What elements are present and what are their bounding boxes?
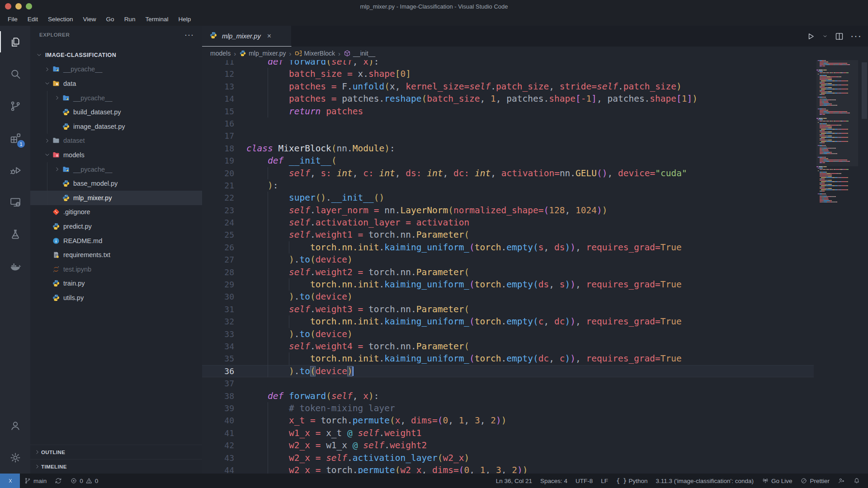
editor-scrollbar[interactable] — [861, 60, 868, 474]
breadcrumb-mixerblock[interactable]: MixerBlock — [295, 50, 335, 57]
code-line-19[interactable]: 19 def __init__( — [202, 155, 814, 167]
code-line-43[interactable]: 43 w2_x = self.activation_layer(w2_x) — [202, 452, 814, 464]
code-line-23[interactable]: 23 self.layer_norm = nn.LayerNorm(normal… — [202, 204, 814, 216]
code-line-29[interactable]: 29 torch.nn.init.kaiming_uniform_(torch.… — [202, 278, 814, 291]
search-icon[interactable] — [0, 58, 30, 90]
code-line-35[interactable]: 35 torch.nn.init.kaiming_uniform_(torch.… — [202, 352, 814, 365]
explorer-more-actions-icon[interactable]: ··· — [184, 33, 194, 37]
code-line-18[interactable]: 18class MixerBlock(nn.Module): — [202, 142, 814, 155]
breadcrumb-models[interactable]: models — [210, 50, 231, 57]
explorer-icon[interactable] — [0, 26, 30, 58]
menu-selection[interactable]: Selection — [43, 14, 78, 24]
status-git-branch-status[interactable]: main — [20, 474, 51, 488]
status-notifications[interactable] — [849, 474, 864, 488]
tree-item-mlp-mixer-py[interactable]: mlp_mixer.py — [30, 191, 202, 205]
tree-item-build-dataset-py[interactable]: build_dataset.py — [30, 105, 202, 119]
breadcrumb--init-[interactable]: __init__ — [344, 50, 375, 57]
minimap[interactable] — [816, 60, 858, 474]
code-line-37[interactable]: 37 — [202, 377, 814, 389]
code-line-28[interactable]: 28 self.weight2 = torch.nn.Parameter( — [202, 266, 814, 278]
remote-explorer-icon[interactable] — [0, 186, 30, 218]
tree-item-utils-py[interactable]: utils.py — [30, 291, 202, 305]
tab-mlp-mixer[interactable]: mlp_mixer.py × — [202, 26, 292, 47]
tree-root-image-classification[interactable]: IMAGE-CLASSIFICATION — [30, 48, 202, 62]
menu-file[interactable]: File — [3, 14, 23, 24]
code-line-21[interactable]: 21 ): — [202, 179, 814, 192]
tree-item-dataset[interactable]: dataset — [30, 134, 202, 148]
run-dropdown-icon[interactable] — [822, 33, 828, 39]
tree-item-train-py[interactable]: train.py — [30, 277, 202, 291]
code-line-32[interactable]: 32 torch.nn.init.kaiming_uniform_(torch.… — [202, 315, 814, 328]
tree-item--pycache-[interactable]: __pycache__ — [30, 162, 202, 177]
menu-run[interactable]: Run — [119, 14, 141, 24]
status-encoding[interactable]: UTF-8 — [571, 474, 597, 488]
code-line-34[interactable]: 34 self.weight4 = torch.nn.Parameter( — [202, 340, 814, 352]
status-go-live[interactable]: Go Live — [758, 474, 797, 488]
tree-item--pycache-[interactable]: __pycache__ — [30, 62, 202, 77]
run-debug-icon[interactable] — [0, 154, 30, 186]
status-prettier[interactable]: Prettier — [796, 474, 834, 488]
code-editor[interactable]: 11 def forward(self, x):12 batch_size = … — [202, 60, 814, 474]
section-timeline[interactable]: TIMELINE — [30, 459, 202, 474]
code-line-16[interactable]: 16 — [202, 117, 814, 130]
code-line-11[interactable]: 11 def forward(self, x): — [202, 60, 814, 68]
code-line-17[interactable]: 17 — [202, 130, 814, 142]
code-line-41[interactable]: 41 w1_x = x_t @ self.weight1 — [202, 427, 814, 439]
menu-go[interactable]: Go — [101, 14, 119, 24]
code-line-39[interactable]: 39 # token-mixing layer — [202, 402, 814, 414]
tree-item-readme-md[interactable]: README.md — [30, 234, 202, 248]
status-indentation[interactable]: Spaces: 4 — [536, 474, 571, 488]
tree-item-image-dataset-py[interactable]: image_dataset.py — [30, 119, 202, 134]
tree-item--pycache-[interactable]: __pycache__ — [30, 91, 202, 105]
code-line-26[interactable]: 26 torch.nn.init.kaiming_uniform_(torch.… — [202, 241, 814, 253]
status-language-mode[interactable]: { }Python — [612, 474, 651, 488]
status-eol[interactable]: LF — [597, 474, 612, 488]
code-line-40[interactable]: 40 x_t = torch.permute(x, dims=(0, 1, 3,… — [202, 414, 814, 427]
tree-item-test-ipynb[interactable]: test.ipynb — [30, 262, 202, 277]
status-feedback[interactable] — [834, 474, 849, 488]
source-control-icon[interactable] — [0, 90, 30, 122]
code-line-33[interactable]: 33 ).to(device) — [202, 328, 814, 340]
tree-item-base-model-py[interactable]: base_model.py — [30, 176, 202, 191]
code-line-36[interactable]: 36 ).to(device) — [202, 365, 814, 377]
tree-item-requirements-txt[interactable]: requirements.txt — [30, 248, 202, 262]
code-line-20[interactable]: 20 self, s: int, c: int, ds: int, dc: in… — [202, 167, 814, 179]
code-line-42[interactable]: 42 w2_x = w1_x @ self.weight2 — [202, 439, 814, 451]
menu-help[interactable]: Help — [173, 14, 196, 24]
code-line-12[interactable]: 12 batch_size = x.shape[0] — [202, 68, 814, 80]
tree-item-data[interactable]: data — [30, 76, 202, 91]
tree-item-models[interactable]: models — [30, 148, 202, 162]
extensions-icon[interactable]: 1 — [0, 122, 30, 154]
code-line-25[interactable]: 25 self.weight1 = torch.nn.Parameter( — [202, 229, 814, 241]
menu-view[interactable]: View — [78, 14, 101, 24]
docker-icon[interactable] — [0, 250, 30, 282]
scrollbar-thumb[interactable] — [862, 62, 867, 119]
code-line-38[interactable]: 38 def forward(self, x): — [202, 390, 814, 402]
section-outline[interactable]: OUTLINE — [30, 445, 202, 459]
code-line-30[interactable]: 30 ).to(device) — [202, 291, 814, 303]
close-tab-icon[interactable]: × — [267, 33, 271, 40]
split-editor-icon[interactable] — [835, 32, 844, 41]
testing-icon[interactable] — [0, 218, 30, 250]
status-python-interpreter[interactable]: 3.11.3 ('image-classification': conda) — [651, 474, 758, 488]
code-line-31[interactable]: 31 self.weight3 = torch.nn.Parameter( — [202, 303, 814, 315]
status-remote-indicator[interactable] — [0, 474, 20, 488]
breadcrumb-mlp-mixer-py[interactable]: mlp_mixer.py — [239, 50, 286, 57]
status-cursor-position[interactable]: Ln 36, Col 21 — [492, 474, 536, 488]
code-line-14[interactable]: 14 patches = patches.reshape(batch_size,… — [202, 93, 814, 105]
code-line-27[interactable]: 27 ).to(device) — [202, 253, 814, 266]
more-actions-icon[interactable]: ··· — [850, 34, 862, 38]
menu-terminal[interactable]: Terminal — [140, 14, 173, 24]
tree-item--gitignore[interactable]: .gitignore — [30, 205, 202, 220]
settings-icon[interactable] — [0, 441, 30, 474]
account-icon[interactable] — [0, 409, 30, 441]
menu-edit[interactable]: Edit — [23, 14, 43, 24]
code-line-44[interactable]: 44 w2_x = torch.permute(w2_x, dims=(0, 1… — [202, 464, 814, 474]
code-line-13[interactable]: 13 patches = F.unfold(x, kernel_size=sel… — [202, 80, 814, 93]
run-icon[interactable] — [806, 32, 816, 41]
code-line-15[interactable]: 15 return patches — [202, 105, 814, 117]
tree-item-predict-py[interactable]: predict.py — [30, 219, 202, 234]
status-problems-status[interactable]: 00 — [66, 474, 102, 488]
status-sync-status[interactable] — [51, 474, 66, 488]
code-line-22[interactable]: 22 super().__init__() — [202, 192, 814, 204]
